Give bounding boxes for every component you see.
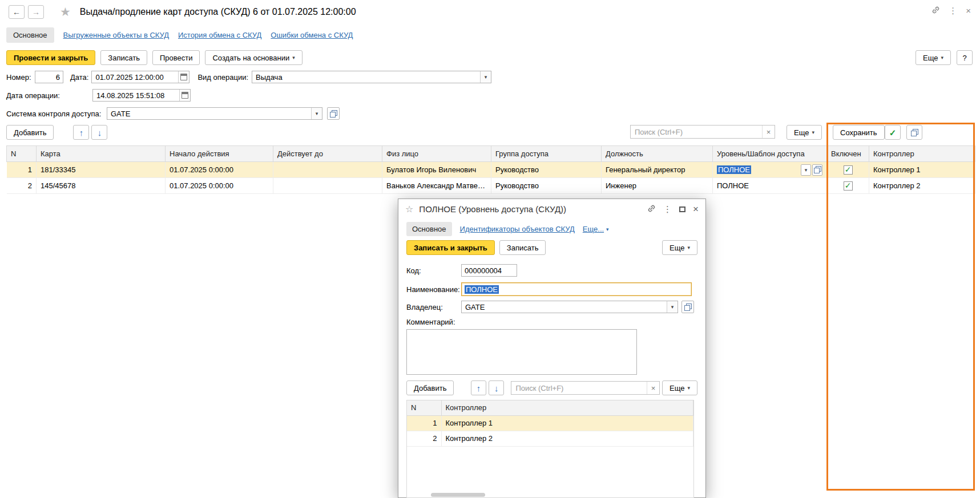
cell-card[interactable]: 145/45678 [37,178,166,194]
operation-kind-select[interactable]: Выдача ▾ [252,71,491,83]
open-owner-button[interactable] [681,301,694,313]
cell-enabled[interactable]: ✓ [827,178,869,194]
cell-level-editing[interactable]: ПОЛНОЕ ▾ [713,162,827,178]
level-dropdown-button[interactable]: ▾ [801,164,811,176]
dialog-more-button[interactable]: Еще ▾ [662,240,697,255]
cell-n[interactable]: 1 [7,162,37,178]
enabled-checkbox[interactable]: ✓ [844,165,853,175]
calendar-icon[interactable] [178,71,189,83]
dialog-grid-toolbar: Добавить ↑ ↓ × Еще ▾ [406,380,697,395]
save-and-close-button[interactable]: Записать и закрыть [406,240,495,255]
chevron-down-icon: ▾ [292,55,295,60]
owner-value: GATE [462,301,667,313]
move-down-button[interactable]: ↓ [489,380,504,395]
nav-link-exported-objects[interactable]: Выгруженные объекты в СКУД [63,31,169,39]
nav-link-exchange-errors[interactable]: Ошибки обмена с СКУД [271,31,353,39]
number-field[interactable] [35,71,63,83]
table-row[interactable]: 1 181/33345 01.07.2025 0:00:00 Булатов И… [7,162,975,178]
cell-position[interactable]: Инженер [602,178,713,194]
table-row[interactable]: 2 145/45678 01.07.2025 0:00:00 Ваньков А… [7,178,975,194]
forward-button[interactable]: → [28,5,44,19]
cell-controller[interactable]: Контроллер 1 [869,162,975,178]
name-field[interactable]: ПОЛНОЕ [461,282,692,296]
move-up-button[interactable]: ↑ [471,380,486,395]
nav-link-exchange-history[interactable]: История обмена с СКУД [178,31,261,39]
add-row-button[interactable]: Добавить [6,125,54,140]
cell-group[interactable]: Руководство [491,178,602,194]
back-button[interactable]: ← [9,5,25,19]
dialog-tab-main[interactable]: Основное [406,222,452,236]
chevron-down-icon[interactable]: ▾ [311,108,322,119]
close-icon[interactable]: × [966,6,971,15]
favorite-star-icon[interactable]: ☆ [405,204,413,214]
dialog-actions: ⋮ × [647,204,699,214]
table-row[interactable]: 2 Контроллер 2 [407,431,693,446]
maximize-icon[interactable] [679,205,685,213]
cell-controller[interactable]: Контроллер 2 [441,431,693,446]
grid-more-button[interactable]: Еще ▾ [787,125,822,140]
link-icon[interactable] [931,6,940,15]
clear-search-icon[interactable]: × [647,382,659,394]
cell-start[interactable]: 01.07.2025 0:00:00 [166,162,273,178]
code-field[interactable] [461,264,517,277]
enable-all-button[interactable]: ✓ [885,125,901,140]
dialog-grid-more-label: Еще [670,384,684,392]
comment-textarea[interactable] [406,329,637,375]
cell-enabled[interactable]: ✓ [827,162,869,178]
access-system-select[interactable]: GATE ▾ [107,107,322,120]
arrow-up-icon: ↑ [477,384,481,392]
date-field[interactable]: 01.07.2025 12:00:00 [91,71,189,83]
cell-card[interactable]: 181/33345 [37,162,166,178]
level-open-button[interactable] [812,164,822,176]
move-down-button[interactable]: ↓ [91,125,107,140]
operation-date-value: 14.08.2025 15:51:08 [93,90,179,101]
open-access-system-button[interactable] [327,107,340,120]
post-and-close-button[interactable]: Провести и закрыть [6,50,95,65]
cell-n[interactable]: 2 [7,178,37,194]
kebab-menu-icon[interactable]: ⋮ [663,205,672,213]
move-up-button[interactable]: ↑ [73,125,89,140]
chevron-down-icon[interactable]: ▾ [667,301,677,313]
help-button[interactable]: ? [957,50,973,65]
copy-settings-button[interactable] [906,125,922,140]
table-row[interactable]: 1 Контроллер 1 [407,415,693,431]
cell-level[interactable]: ПОЛНОЕ [713,178,827,194]
close-icon[interactable]: × [693,204,699,214]
dialog-write-button[interactable]: Записать [499,240,546,255]
cell-controller[interactable]: Контроллер 2 [869,178,975,194]
search-input[interactable] [631,125,762,138]
dialog-link-identifiers[interactable]: Идентификаторы объектов СКУД [460,225,575,233]
cell-group[interactable]: Руководство [491,162,602,178]
search-input[interactable] [511,382,647,394]
horizontal-scrollbar[interactable] [431,493,485,497]
cell-person[interactable]: Булатов Игорь Виленович [382,162,491,178]
operation-date-label: Дата операции: [6,91,90,100]
clear-search-icon[interactable]: × [762,125,775,138]
cell-start[interactable]: 01.07.2025 0:00:00 [166,178,273,194]
kebab-menu-icon[interactable]: ⋮ [949,6,957,15]
dialog-more-link[interactable]: Еще... [583,225,604,233]
operation-kind-value: Выдача [252,71,480,83]
cell-n[interactable]: 1 [407,415,441,431]
owner-select[interactable]: GATE ▾ [461,301,678,313]
save-button[interactable]: Сохранить [833,125,885,140]
write-button[interactable]: Записать [100,50,147,65]
more-button[interactable]: Еще ▾ [916,50,951,65]
operation-date-field[interactable]: 14.08.2025 15:51:08 [92,89,191,102]
calendar-icon[interactable] [179,90,190,101]
cell-position[interactable]: Генеральный директор [602,162,713,178]
cell-n[interactable]: 2 [407,431,441,446]
cell-until[interactable] [273,162,382,178]
link-icon[interactable] [647,204,656,214]
post-button[interactable]: Провести [152,50,200,65]
dialog-grid-more-button[interactable]: Еще ▾ [662,380,697,395]
favorite-star-icon[interactable]: ★ [60,5,71,19]
cell-controller[interactable]: Контроллер 1 [441,415,693,431]
tab-main[interactable]: Основное [6,27,54,43]
dialog-add-row-button[interactable]: Добавить [406,380,454,395]
enabled-checkbox[interactable]: ✓ [844,181,853,191]
cell-person[interactable]: Ваньков Александр Матве… [382,178,491,194]
cell-until[interactable] [273,178,382,194]
create-based-on-button[interactable]: Создать на основании ▾ [205,50,302,65]
chevron-down-icon[interactable]: ▾ [480,71,491,83]
